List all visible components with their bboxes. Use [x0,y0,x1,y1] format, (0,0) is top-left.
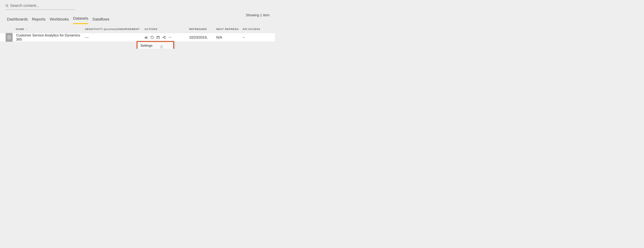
svg-point-2 [8,36,10,37]
col-actions: ACTIONS [144,28,189,31]
search-box[interactable] [5,2,75,10]
svg-rect-3 [145,37,146,38]
schedule-refresh-icon[interactable] [156,36,160,39]
tab-workbooks[interactable]: Workbooks [50,17,69,24]
dataset-sensitivity: — [85,35,117,40]
search-icon [5,3,10,9]
svg-text:+: + [148,36,148,37]
col-endorsement[interactable]: ENDORSEMENT [117,28,144,31]
dataset-next-refresh: N/A [216,35,242,40]
svg-point-16 [169,37,169,38]
col-sensitivity[interactable]: SENSITIVITY (preview) [85,28,117,31]
cursor-icon [160,45,163,49]
tab-dashboards[interactable]: Dashboards [7,17,28,24]
svg-line-1 [8,6,8,7]
svg-rect-5 [147,38,148,39]
dataset-api-access: -- [242,35,269,40]
col-name[interactable]: NAME ↑ [16,28,85,31]
dataset-actions: + [144,36,189,39]
context-menu: Settings Rename Delete Analyze in Excel … [136,41,174,49]
svg-point-0 [6,5,8,7]
dataset-icon [6,33,12,42]
tab-datasets[interactable]: Datasets [73,16,88,24]
col-refreshed[interactable]: REFRESHED [189,28,216,31]
svg-point-17 [170,37,170,38]
svg-rect-4 [146,36,146,38]
table-row: Customer Service Analytics for Dynamics … [0,33,275,42]
svg-point-18 [171,37,171,38]
sort-asc-icon: ↑ [26,28,28,31]
search-input[interactable] [10,3,75,8]
tab-dataflows[interactable]: Dataflows [92,17,110,24]
menu-item-settings[interactable]: Settings [136,41,174,49]
refresh-now-icon[interactable] [150,36,154,39]
tabs: Dashboards Reports Workbooks Datasets Da… [7,16,275,24]
col-api-access[interactable]: API ACCESS [242,28,269,31]
table-header: NAME ↑ SENSITIVITY (preview) ENDORSEMENT… [0,24,275,33]
create-report-icon[interactable]: + [144,36,148,39]
svg-rect-7 [157,36,160,39]
dataset-name[interactable]: Customer Service Analytics for Dynamics … [12,33,85,41]
more-options-icon[interactable] [168,36,172,39]
item-count: Showing 1 item [246,13,270,17]
dataset-refreshed: 10/23/2019, [189,35,216,40]
menu-item-label: Settings [140,44,152,47]
svg-line-15 [164,38,165,38]
col-next-refresh[interactable]: NEXT REFRESH [216,28,242,31]
col-name-label: NAME [16,28,24,31]
tab-reports[interactable]: Reports [32,17,46,24]
svg-line-14 [164,37,165,37]
share-icon[interactable] [162,36,166,39]
